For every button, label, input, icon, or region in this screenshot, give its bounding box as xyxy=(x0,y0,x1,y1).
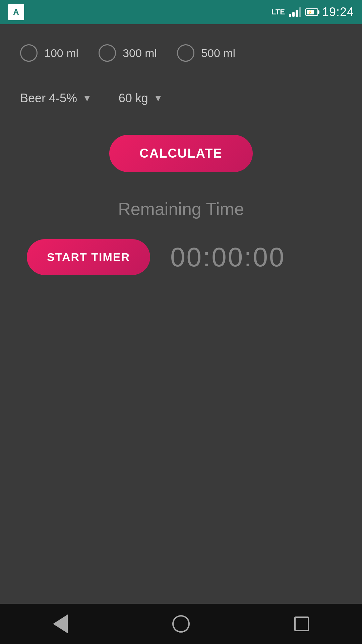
signal-bar-3 xyxy=(296,10,298,17)
signal-bars xyxy=(289,7,301,17)
status-bar-left: A xyxy=(8,4,24,20)
recent-apps-icon xyxy=(294,616,309,631)
radio-circle-300ml[interactable] xyxy=(99,44,116,62)
main-content: 100 ml 300 ml 500 ml Beer 4-5% ▼ 60 kg ▼… xyxy=(0,24,362,604)
calculate-button[interactable]: CALCULATE xyxy=(109,135,252,172)
timer-display: 00:00:00 xyxy=(170,242,285,273)
radio-circle-500ml[interactable] xyxy=(177,44,194,62)
radio-group: 100 ml 300 ml 500 ml xyxy=(20,44,235,62)
status-bar-right: LTE ⚡ 19:24 xyxy=(272,5,354,19)
status-time: 19:24 xyxy=(322,5,354,19)
app-icon: A xyxy=(8,4,24,20)
drink-type-dropdown[interactable]: Beer 4-5% ▼ xyxy=(20,89,92,108)
battery-fill: ⚡ xyxy=(307,10,314,14)
status-bar: A LTE ⚡ 19:24 xyxy=(0,0,362,24)
center-section: CALCULATE Remaining Time START TIMER 00:… xyxy=(20,135,342,275)
radio-option-100ml[interactable]: 100 ml xyxy=(20,44,78,62)
weight-value: 60 kg xyxy=(119,91,148,105)
weight-arrow-icon: ▼ xyxy=(154,93,163,104)
timer-row: START TIMER 00:00:00 xyxy=(20,239,342,275)
remaining-time-label: Remaining Time xyxy=(118,199,244,219)
radio-label-300ml: 300 ml xyxy=(123,47,157,60)
signal-bar-1 xyxy=(289,14,291,17)
weight-dropdown[interactable]: 60 kg ▼ xyxy=(119,89,163,108)
back-icon xyxy=(53,614,68,633)
radio-label-100ml: 100 ml xyxy=(44,47,78,60)
drink-type-arrow-icon: ▼ xyxy=(82,93,92,104)
battery-icon: ⚡ xyxy=(305,8,318,16)
start-timer-button[interactable]: START TIMER xyxy=(27,239,150,275)
radio-option-500ml[interactable]: 500 ml xyxy=(177,44,235,62)
radio-circle-100ml[interactable] xyxy=(20,44,38,62)
lte-indicator: LTE xyxy=(272,8,285,16)
signal-bar-2 xyxy=(292,12,295,17)
signal-bar-4 xyxy=(299,7,301,17)
radio-option-300ml[interactable]: 300 ml xyxy=(99,44,157,62)
battery-lightning: ⚡ xyxy=(308,10,312,14)
bottom-navigation xyxy=(0,604,362,644)
home-icon xyxy=(172,615,190,633)
dropdown-row: Beer 4-5% ▼ 60 kg ▼ xyxy=(20,89,342,108)
nav-home-button[interactable] xyxy=(168,610,194,637)
nav-back-button[interactable] xyxy=(47,610,74,637)
drink-type-value: Beer 4-5% xyxy=(20,91,77,105)
nav-recent-button[interactable] xyxy=(288,610,315,637)
radio-label-500ml: 500 ml xyxy=(201,47,235,60)
